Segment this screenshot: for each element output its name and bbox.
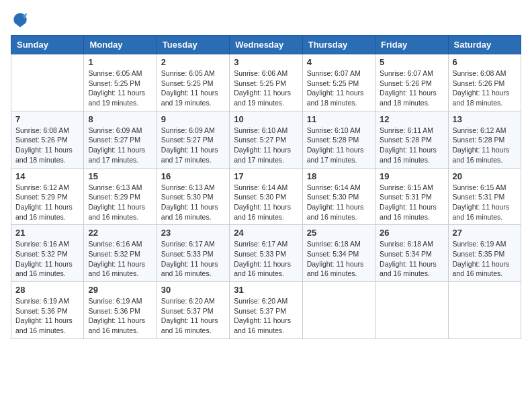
day-number: 31 — [234, 285, 298, 295]
day-number: 6 — [453, 57, 517, 67]
day-info: Sunrise: 6:05 AMSunset: 5:25 PMDaylight:… — [88, 68, 152, 108]
day-info: Sunrise: 6:17 AMSunset: 5:33 PMDaylight:… — [234, 239, 298, 279]
week-row: 14Sunrise: 6:12 AMSunset: 5:29 PMDayligh… — [11, 168, 521, 225]
day-cell: 22Sunrise: 6:16 AMSunset: 5:32 PMDayligh… — [84, 225, 157, 282]
calendar-body: 1Sunrise: 6:05 AMSunset: 5:25 PMDaylight… — [11, 54, 521, 339]
day-info: Sunrise: 6:14 AMSunset: 5:30 PMDaylight:… — [307, 183, 371, 222]
day-number: 30 — [161, 285, 225, 295]
day-cell: 27Sunrise: 6:19 AMSunset: 5:35 PMDayligh… — [448, 225, 521, 282]
day-info: Sunrise: 6:06 AMSunset: 5:25 PMDaylight:… — [234, 68, 298, 108]
page-header — [11, 11, 521, 30]
day-cell: 31Sunrise: 6:20 AMSunset: 5:37 PMDayligh… — [230, 282, 302, 339]
day-cell: 20Sunrise: 6:15 AMSunset: 5:31 PMDayligh… — [448, 168, 521, 225]
day-info: Sunrise: 6:12 AMSunset: 5:28 PMDaylight:… — [453, 126, 517, 165]
day-number: 20 — [453, 171, 517, 181]
day-number: 9 — [161, 114, 225, 124]
day-cell: 1Sunrise: 6:05 AMSunset: 5:25 PMDaylight… — [84, 54, 157, 111]
day-number: 8 — [88, 114, 152, 124]
day-number: 5 — [380, 57, 443, 67]
header-day: Saturday — [448, 36, 521, 54]
day-number: 12 — [380, 114, 443, 124]
day-info: Sunrise: 6:12 AMSunset: 5:29 PMDaylight:… — [15, 183, 79, 222]
day-cell: 10Sunrise: 6:10 AMSunset: 5:27 PMDayligh… — [230, 111, 302, 168]
week-row: 1Sunrise: 6:05 AMSunset: 5:25 PMDaylight… — [11, 54, 521, 111]
day-number: 4 — [307, 57, 371, 67]
day-cell — [448, 282, 521, 339]
day-info: Sunrise: 6:16 AMSunset: 5:32 PMDaylight:… — [88, 239, 152, 279]
day-cell: 6Sunrise: 6:08 AMSunset: 5:26 PMDaylight… — [448, 54, 521, 111]
day-number: 19 — [380, 171, 443, 181]
day-info: Sunrise: 6:10 AMSunset: 5:27 PMDaylight:… — [234, 126, 298, 165]
week-row: 28Sunrise: 6:19 AMSunset: 5:36 PMDayligh… — [11, 282, 521, 339]
calendar-table: SundayMondayTuesdayWednesdayThursdayFrid… — [11, 35, 521, 339]
header-day: Thursday — [302, 36, 375, 54]
day-cell: 5Sunrise: 6:07 AMSunset: 5:26 PMDaylight… — [375, 54, 448, 111]
day-number: 17 — [234, 171, 298, 181]
day-info: Sunrise: 6:14 AMSunset: 5:30 PMDaylight:… — [234, 183, 298, 222]
day-info: Sunrise: 6:19 AMSunset: 5:35 PMDaylight:… — [453, 239, 517, 279]
day-number: 24 — [234, 228, 298, 238]
day-number: 26 — [380, 228, 443, 238]
day-cell: 23Sunrise: 6:17 AMSunset: 5:33 PMDayligh… — [157, 225, 229, 282]
day-info: Sunrise: 6:19 AMSunset: 5:36 PMDaylight:… — [88, 296, 152, 336]
day-cell: 21Sunrise: 6:16 AMSunset: 5:32 PMDayligh… — [11, 225, 84, 282]
header-day: Wednesday — [230, 36, 302, 54]
day-number: 7 — [15, 114, 79, 124]
day-cell: 26Sunrise: 6:18 AMSunset: 5:34 PMDayligh… — [375, 225, 448, 282]
day-cell: 14Sunrise: 6:12 AMSunset: 5:29 PMDayligh… — [11, 168, 84, 225]
day-cell — [375, 282, 448, 339]
day-cell: 24Sunrise: 6:17 AMSunset: 5:33 PMDayligh… — [230, 225, 302, 282]
day-cell: 25Sunrise: 6:18 AMSunset: 5:34 PMDayligh… — [302, 225, 375, 282]
day-cell: 12Sunrise: 6:11 AMSunset: 5:28 PMDayligh… — [375, 111, 448, 168]
day-number: 10 — [234, 114, 298, 124]
day-info: Sunrise: 6:05 AMSunset: 5:25 PMDaylight:… — [161, 68, 225, 108]
day-number: 2 — [161, 57, 225, 67]
day-number: 14 — [15, 171, 79, 181]
day-cell: 3Sunrise: 6:06 AMSunset: 5:25 PMDaylight… — [230, 54, 302, 111]
day-info: Sunrise: 6:20 AMSunset: 5:37 PMDaylight:… — [234, 296, 298, 336]
day-number: 18 — [307, 171, 371, 181]
day-info: Sunrise: 6:07 AMSunset: 5:26 PMDaylight:… — [380, 68, 443, 108]
day-cell: 9Sunrise: 6:09 AMSunset: 5:27 PMDaylight… — [157, 111, 229, 168]
day-cell: 4Sunrise: 6:07 AMSunset: 5:25 PMDaylight… — [302, 54, 375, 111]
logo — [11, 11, 32, 30]
day-info: Sunrise: 6:13 AMSunset: 5:30 PMDaylight:… — [161, 183, 225, 222]
day-info: Sunrise: 6:10 AMSunset: 5:28 PMDaylight:… — [307, 126, 371, 165]
day-info: Sunrise: 6:08 AMSunset: 5:26 PMDaylight:… — [15, 126, 79, 165]
day-info: Sunrise: 6:08 AMSunset: 5:26 PMDaylight:… — [453, 68, 517, 108]
day-cell: 18Sunrise: 6:14 AMSunset: 5:30 PMDayligh… — [302, 168, 375, 225]
day-info: Sunrise: 6:11 AMSunset: 5:28 PMDaylight:… — [380, 126, 443, 165]
day-info: Sunrise: 6:18 AMSunset: 5:34 PMDaylight:… — [380, 239, 443, 279]
day-number: 25 — [307, 228, 371, 238]
day-number: 16 — [161, 171, 225, 181]
day-number: 11 — [307, 114, 371, 124]
day-info: Sunrise: 6:09 AMSunset: 5:27 PMDaylight:… — [88, 126, 152, 165]
day-info: Sunrise: 6:16 AMSunset: 5:32 PMDaylight:… — [15, 239, 79, 279]
day-cell — [11, 54, 84, 111]
day-number: 21 — [15, 228, 79, 238]
day-info: Sunrise: 6:09 AMSunset: 5:27 PMDaylight:… — [161, 126, 225, 165]
day-info: Sunrise: 6:18 AMSunset: 5:34 PMDaylight:… — [307, 239, 371, 279]
day-number: 27 — [453, 228, 517, 238]
header-day: Friday — [375, 36, 448, 54]
day-info: Sunrise: 6:19 AMSunset: 5:36 PMDaylight:… — [15, 296, 79, 336]
day-number: 23 — [161, 228, 225, 238]
day-info: Sunrise: 6:20 AMSunset: 5:37 PMDaylight:… — [161, 296, 225, 336]
day-info: Sunrise: 6:13 AMSunset: 5:29 PMDaylight:… — [88, 183, 152, 222]
day-number: 15 — [88, 171, 152, 181]
day-info: Sunrise: 6:07 AMSunset: 5:25 PMDaylight:… — [307, 68, 371, 108]
header-day: Monday — [84, 36, 157, 54]
day-cell: 11Sunrise: 6:10 AMSunset: 5:28 PMDayligh… — [302, 111, 375, 168]
day-info: Sunrise: 6:15 AMSunset: 5:31 PMDaylight:… — [380, 183, 443, 222]
header-day: Sunday — [11, 36, 84, 54]
day-cell: 2Sunrise: 6:05 AMSunset: 5:25 PMDaylight… — [157, 54, 229, 111]
header-day: Tuesday — [157, 36, 229, 54]
header-row: SundayMondayTuesdayWednesdayThursdayFrid… — [11, 36, 521, 54]
day-cell: 29Sunrise: 6:19 AMSunset: 5:36 PMDayligh… — [84, 282, 157, 339]
week-row: 7Sunrise: 6:08 AMSunset: 5:26 PMDaylight… — [11, 111, 521, 168]
day-number: 3 — [234, 57, 298, 67]
day-cell: 13Sunrise: 6:12 AMSunset: 5:28 PMDayligh… — [448, 111, 521, 168]
day-number: 22 — [88, 228, 152, 238]
day-info: Sunrise: 6:17 AMSunset: 5:33 PMDaylight:… — [161, 239, 225, 279]
day-cell: 17Sunrise: 6:14 AMSunset: 5:30 PMDayligh… — [230, 168, 302, 225]
